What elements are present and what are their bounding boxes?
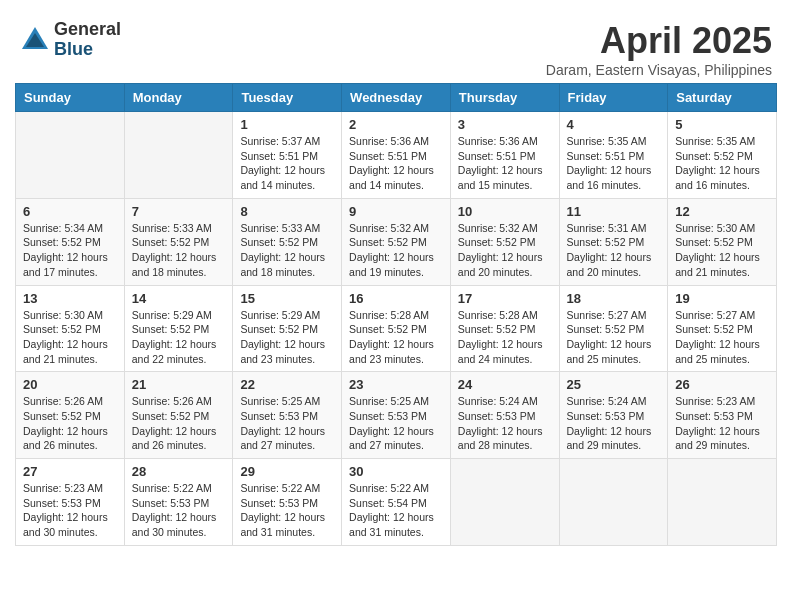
day-info: Sunrise: 5:31 AM Sunset: 5:52 PM Dayligh… [567, 221, 661, 280]
day-number: 3 [458, 117, 552, 132]
weekday-header-row: SundayMondayTuesdayWednesdayThursdayFrid… [16, 84, 777, 112]
day-info: Sunrise: 5:32 AM Sunset: 5:52 PM Dayligh… [458, 221, 552, 280]
weekday-header-thursday: Thursday [450, 84, 559, 112]
calendar-week-2: 6Sunrise: 5:34 AM Sunset: 5:52 PM Daylig… [16, 198, 777, 285]
calendar-week-4: 20Sunrise: 5:26 AM Sunset: 5:52 PM Dayli… [16, 372, 777, 459]
day-info: Sunrise: 5:32 AM Sunset: 5:52 PM Dayligh… [349, 221, 443, 280]
day-number: 30 [349, 464, 443, 479]
day-info: Sunrise: 5:35 AM Sunset: 5:52 PM Dayligh… [675, 134, 769, 193]
day-number: 5 [675, 117, 769, 132]
location-title: Daram, Eastern Visayas, Philippines [546, 62, 772, 78]
day-number: 4 [567, 117, 661, 132]
day-number: 18 [567, 291, 661, 306]
calendar-cell [16, 112, 125, 199]
day-info: Sunrise: 5:26 AM Sunset: 5:52 PM Dayligh… [23, 394, 117, 453]
weekday-header-saturday: Saturday [668, 84, 777, 112]
day-number: 1 [240, 117, 334, 132]
calendar-cell: 27Sunrise: 5:23 AM Sunset: 5:53 PM Dayli… [16, 459, 125, 546]
logo: General Blue [20, 20, 121, 60]
day-number: 24 [458, 377, 552, 392]
calendar-cell: 26Sunrise: 5:23 AM Sunset: 5:53 PM Dayli… [668, 372, 777, 459]
day-number: 19 [675, 291, 769, 306]
weekday-header-tuesday: Tuesday [233, 84, 342, 112]
day-number: 10 [458, 204, 552, 219]
day-info: Sunrise: 5:24 AM Sunset: 5:53 PM Dayligh… [458, 394, 552, 453]
day-number: 27 [23, 464, 117, 479]
day-number: 25 [567, 377, 661, 392]
day-number: 15 [240, 291, 334, 306]
day-info: Sunrise: 5:24 AM Sunset: 5:53 PM Dayligh… [567, 394, 661, 453]
calendar-cell [124, 112, 233, 199]
calendar-week-1: 1Sunrise: 5:37 AM Sunset: 5:51 PM Daylig… [16, 112, 777, 199]
day-info: Sunrise: 5:30 AM Sunset: 5:52 PM Dayligh… [23, 308, 117, 367]
calendar-cell: 6Sunrise: 5:34 AM Sunset: 5:52 PM Daylig… [16, 198, 125, 285]
day-info: Sunrise: 5:22 AM Sunset: 5:53 PM Dayligh… [240, 481, 334, 540]
day-info: Sunrise: 5:22 AM Sunset: 5:54 PM Dayligh… [349, 481, 443, 540]
calendar-cell: 9Sunrise: 5:32 AM Sunset: 5:52 PM Daylig… [342, 198, 451, 285]
calendar-cell: 29Sunrise: 5:22 AM Sunset: 5:53 PM Dayli… [233, 459, 342, 546]
day-info: Sunrise: 5:28 AM Sunset: 5:52 PM Dayligh… [458, 308, 552, 367]
day-number: 9 [349, 204, 443, 219]
logo-icon [20, 25, 50, 55]
calendar-week-5: 27Sunrise: 5:23 AM Sunset: 5:53 PM Dayli… [16, 459, 777, 546]
day-number: 7 [132, 204, 226, 219]
calendar-cell: 19Sunrise: 5:27 AM Sunset: 5:52 PM Dayli… [668, 285, 777, 372]
calendar-cell: 22Sunrise: 5:25 AM Sunset: 5:53 PM Dayli… [233, 372, 342, 459]
calendar-cell: 14Sunrise: 5:29 AM Sunset: 5:52 PM Dayli… [124, 285, 233, 372]
day-number: 11 [567, 204, 661, 219]
calendar-week-3: 13Sunrise: 5:30 AM Sunset: 5:52 PM Dayli… [16, 285, 777, 372]
calendar-cell: 17Sunrise: 5:28 AM Sunset: 5:52 PM Dayli… [450, 285, 559, 372]
day-number: 6 [23, 204, 117, 219]
day-info: Sunrise: 5:37 AM Sunset: 5:51 PM Dayligh… [240, 134, 334, 193]
day-info: Sunrise: 5:36 AM Sunset: 5:51 PM Dayligh… [349, 134, 443, 193]
calendar-cell: 3Sunrise: 5:36 AM Sunset: 5:51 PM Daylig… [450, 112, 559, 199]
month-title: April 2025 [546, 20, 772, 62]
day-number: 17 [458, 291, 552, 306]
day-info: Sunrise: 5:36 AM Sunset: 5:51 PM Dayligh… [458, 134, 552, 193]
day-number: 12 [675, 204, 769, 219]
day-info: Sunrise: 5:33 AM Sunset: 5:52 PM Dayligh… [240, 221, 334, 280]
calendar-cell: 12Sunrise: 5:30 AM Sunset: 5:52 PM Dayli… [668, 198, 777, 285]
day-number: 29 [240, 464, 334, 479]
day-info: Sunrise: 5:34 AM Sunset: 5:52 PM Dayligh… [23, 221, 117, 280]
weekday-header-monday: Monday [124, 84, 233, 112]
day-number: 23 [349, 377, 443, 392]
page-header: General Blue April 2025 Daram, Eastern V… [10, 10, 782, 83]
calendar-cell: 4Sunrise: 5:35 AM Sunset: 5:51 PM Daylig… [559, 112, 668, 199]
calendar-cell: 21Sunrise: 5:26 AM Sunset: 5:52 PM Dayli… [124, 372, 233, 459]
calendar-cell: 7Sunrise: 5:33 AM Sunset: 5:52 PM Daylig… [124, 198, 233, 285]
day-number: 16 [349, 291, 443, 306]
day-info: Sunrise: 5:26 AM Sunset: 5:52 PM Dayligh… [132, 394, 226, 453]
calendar-cell [668, 459, 777, 546]
day-number: 13 [23, 291, 117, 306]
calendar-cell: 10Sunrise: 5:32 AM Sunset: 5:52 PM Dayli… [450, 198, 559, 285]
day-info: Sunrise: 5:33 AM Sunset: 5:52 PM Dayligh… [132, 221, 226, 280]
weekday-header-friday: Friday [559, 84, 668, 112]
calendar-cell: 5Sunrise: 5:35 AM Sunset: 5:52 PM Daylig… [668, 112, 777, 199]
day-info: Sunrise: 5:23 AM Sunset: 5:53 PM Dayligh… [675, 394, 769, 453]
calendar-cell: 2Sunrise: 5:36 AM Sunset: 5:51 PM Daylig… [342, 112, 451, 199]
day-info: Sunrise: 5:30 AM Sunset: 5:52 PM Dayligh… [675, 221, 769, 280]
calendar-cell: 28Sunrise: 5:22 AM Sunset: 5:53 PM Dayli… [124, 459, 233, 546]
day-number: 14 [132, 291, 226, 306]
day-info: Sunrise: 5:27 AM Sunset: 5:52 PM Dayligh… [675, 308, 769, 367]
calendar-cell [450, 459, 559, 546]
day-number: 28 [132, 464, 226, 479]
day-info: Sunrise: 5:25 AM Sunset: 5:53 PM Dayligh… [349, 394, 443, 453]
weekday-header-sunday: Sunday [16, 84, 125, 112]
day-number: 2 [349, 117, 443, 132]
calendar-cell: 11Sunrise: 5:31 AM Sunset: 5:52 PM Dayli… [559, 198, 668, 285]
day-number: 21 [132, 377, 226, 392]
day-number: 20 [23, 377, 117, 392]
weekday-header-wednesday: Wednesday [342, 84, 451, 112]
calendar-cell: 20Sunrise: 5:26 AM Sunset: 5:52 PM Dayli… [16, 372, 125, 459]
title-section: April 2025 Daram, Eastern Visayas, Phili… [546, 20, 772, 78]
calendar-cell: 8Sunrise: 5:33 AM Sunset: 5:52 PM Daylig… [233, 198, 342, 285]
logo-blue-text: Blue [54, 40, 121, 60]
calendar-cell: 16Sunrise: 5:28 AM Sunset: 5:52 PM Dayli… [342, 285, 451, 372]
day-info: Sunrise: 5:28 AM Sunset: 5:52 PM Dayligh… [349, 308, 443, 367]
calendar-cell: 13Sunrise: 5:30 AM Sunset: 5:52 PM Dayli… [16, 285, 125, 372]
day-number: 22 [240, 377, 334, 392]
day-info: Sunrise: 5:35 AM Sunset: 5:51 PM Dayligh… [567, 134, 661, 193]
calendar-table: SundayMondayTuesdayWednesdayThursdayFrid… [15, 83, 777, 546]
